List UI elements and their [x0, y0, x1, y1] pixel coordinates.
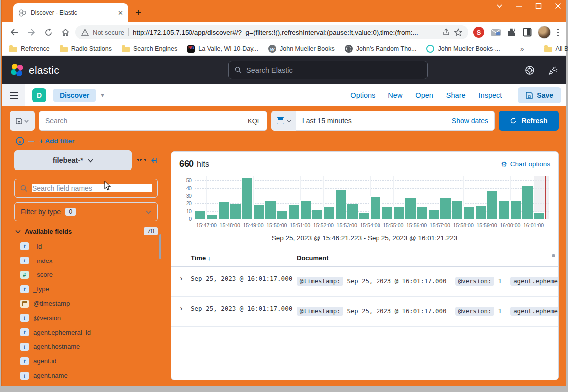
close-window-button[interactable] [555, 3, 561, 9]
time-column-header[interactable]: Time ↓ [191, 254, 297, 261]
url-text[interactable]: http://172.105.7.150/app/discover#/?_g=(… [133, 29, 438, 36]
doc-field-name[interactable]: agent.ephemeral_id: [510, 277, 558, 286]
doc-field-name[interactable]: @version: [455, 307, 495, 316]
reader-mode-extension-icon[interactable] [523, 28, 532, 37]
histogram-bar[interactable] [534, 212, 545, 219]
bookmark-item[interactable]: WJohn Mueller Books [268, 45, 335, 53]
tab-close-icon[interactable]: ✕ [118, 9, 123, 17]
histogram-bar[interactable] [265, 201, 276, 219]
histogram-bar[interactable] [277, 210, 288, 219]
sidebar-scrollbar[interactable] [159, 234, 161, 259]
available-fields-header[interactable]: Available fields 70 [14, 227, 158, 235]
histogram-bar[interactable] [195, 210, 206, 219]
share-button[interactable]: Share [446, 91, 466, 99]
home-button[interactable] [58, 25, 72, 39]
bookmark-star-icon[interactable] [454, 28, 462, 36]
bookmark-item[interactable]: John's Random Tho... [345, 45, 417, 53]
field-item[interactable]: @timestamp [20, 296, 158, 311]
table-scrollbar[interactable] [552, 254, 555, 257]
new-button[interactable]: New [388, 91, 402, 99]
bookmarks-overflow-button[interactable]: » [520, 45, 524, 53]
sort-descending-icon[interactable]: ↓ [208, 254, 211, 261]
histogram-bar[interactable] [463, 206, 474, 219]
field-item[interactable]: t_type [20, 282, 158, 296]
bookmark-item[interactable]: John Mueller Books-... [426, 45, 500, 53]
doc-field-name[interactable]: agent.ephemeral_id: [510, 307, 558, 316]
histogram-bar[interactable] [393, 206, 404, 219]
open-button[interactable]: Open [415, 91, 433, 99]
histogram-bar[interactable] [428, 209, 439, 219]
smallpdf-extension-icon[interactable]: S [473, 27, 484, 38]
histogram-bar[interactable] [218, 202, 229, 219]
save-button[interactable]: Save [518, 87, 561, 103]
maximize-button[interactable] [535, 3, 542, 9]
histogram-bar[interactable] [370, 196, 381, 219]
field-item[interactable]: tagent.name [20, 368, 158, 383]
elastic-search-input[interactable] [246, 66, 421, 74]
histogram-bar[interactable] [242, 178, 253, 219]
mail-extension-icon[interactable] [490, 28, 501, 37]
histogram-bar[interactable] [323, 207, 334, 219]
bookmark-item[interactable]: Radio Stations [60, 45, 112, 52]
profile-avatar[interactable] [538, 26, 551, 39]
histogram-bar[interactable] [440, 198, 451, 219]
space-avatar[interactable]: D [32, 88, 46, 102]
share-icon[interactable] [442, 28, 450, 36]
histogram-bar[interactable] [253, 205, 264, 219]
histogram-bar[interactable] [288, 205, 299, 219]
field-item[interactable]: tagent.hostname [20, 340, 158, 354]
show-dates-button[interactable]: Show dates [452, 117, 488, 125]
options-button[interactable]: Options [350, 91, 375, 99]
extensions-puzzle-icon[interactable] [507, 28, 517, 37]
histogram-bar[interactable] [347, 204, 358, 219]
doc-field-name[interactable]: @timestamp: [297, 307, 343, 316]
expand-row-icon[interactable]: › [171, 272, 191, 290]
elastic-logo[interactable]: elastic [10, 63, 59, 77]
help-icon[interactable] [525, 65, 535, 75]
histogram-bar[interactable] [359, 212, 370, 219]
bookmark-item[interactable]: La Valle, WI 10-Day... [187, 45, 258, 53]
histogram-bar[interactable] [510, 200, 521, 219]
new-tab-button[interactable]: + [135, 8, 141, 18]
menu-hamburger-button[interactable] [2, 84, 25, 106]
field-options-button[interactable] [137, 159, 146, 162]
kql-label[interactable]: KQL [248, 117, 261, 125]
histogram-bar[interactable] [498, 200, 509, 219]
histogram-bar[interactable] [522, 185, 533, 219]
bookmark-item[interactable]: Search Engines [122, 45, 177, 52]
search-query-input[interactable] [45, 117, 248, 125]
filter-menu-icon[interactable] [16, 137, 24, 145]
not-secure-label[interactable]: Not secure [93, 29, 124, 36]
elastic-search-bar[interactable] [228, 61, 428, 79]
minimize-button[interactable] [516, 3, 522, 9]
field-item[interactable]: t_id [20, 239, 158, 254]
saved-query-menu-button[interactable] [10, 111, 35, 131]
add-filter-button[interactable]: + Add filter [39, 137, 74, 145]
not-secure-warning-icon[interactable] [81, 29, 89, 36]
histogram-bar[interactable] [230, 204, 241, 219]
forward-button[interactable] [24, 25, 38, 39]
field-item[interactable]: t_index [20, 254, 158, 268]
chrome-menu-icon[interactable] [557, 28, 559, 37]
histogram-bar[interactable] [452, 200, 463, 219]
histogram-bar[interactable] [417, 206, 428, 219]
bookmark-item[interactable]: Reference [9, 45, 50, 52]
histogram-bar[interactable] [335, 189, 346, 219]
histogram-bar[interactable] [206, 215, 217, 219]
tab-search-chevron-icon[interactable] [496, 3, 503, 9]
expand-row-icon[interactable]: › [171, 302, 191, 320]
field-item[interactable]: #_score [20, 268, 158, 282]
field-item[interactable]: tagent.ephemeral_id [20, 325, 158, 340]
field-search-input[interactable] [32, 184, 152, 192]
address-bar[interactable]: Not secure http://172.105.7.150/app/disc… [75, 25, 468, 39]
reload-button[interactable] [41, 25, 55, 39]
breadcrumb[interactable]: Discover [53, 89, 96, 102]
filter-by-type-select[interactable]: Filter by type 0 [14, 202, 158, 221]
histogram-bar[interactable] [475, 205, 486, 219]
histogram-plot[interactable] [195, 176, 549, 219]
histogram-bar[interactable] [381, 207, 392, 219]
chevron-down-icon[interactable]: ▾ [101, 91, 104, 99]
histogram-chart[interactable]: 0102030405015:47:0015:48:0015:49:0015:50… [179, 175, 550, 228]
refresh-button[interactable]: Refresh [499, 111, 559, 131]
time-range-value[interactable]: Last 15 minutes [302, 117, 452, 125]
